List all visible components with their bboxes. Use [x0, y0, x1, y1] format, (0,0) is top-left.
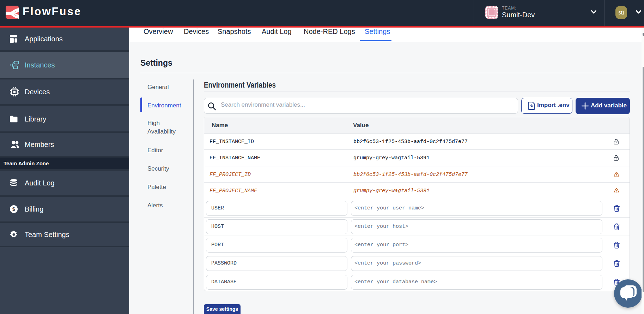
svg-text:$: $ — [12, 206, 16, 212]
